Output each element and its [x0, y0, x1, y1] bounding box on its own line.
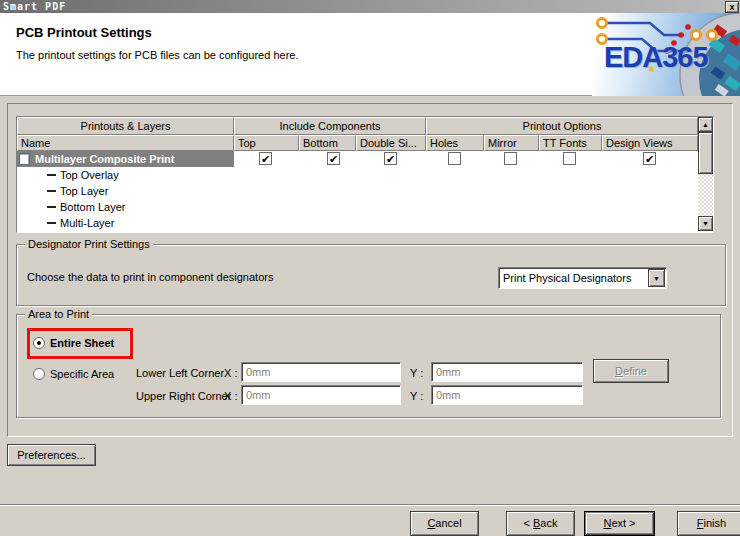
- footer-divider: [0, 504, 740, 506]
- group-header-printouts-layers[interactable]: Printouts & Layers: [17, 117, 234, 135]
- row-label: Bottom Layer: [60, 201, 125, 213]
- page-subtitle: The printout settings for PCB files can …: [16, 49, 299, 61]
- table-row[interactable]: Top Overlay: [17, 167, 698, 183]
- y-label: Y :: [410, 390, 423, 402]
- col-header-tt-fonts[interactable]: TT Fonts: [539, 135, 602, 151]
- lower-left-corner-label: Lower Left Corner: [136, 367, 224, 379]
- row-label: Top Overlay: [60, 169, 119, 181]
- layer-dash-icon: [47, 222, 56, 224]
- define-button[interactable]: Define: [593, 359, 669, 383]
- col-header-holes[interactable]: Holes: [426, 135, 484, 151]
- row-label: Top Layer: [60, 185, 108, 197]
- preferences-button[interactable]: Preferences...: [7, 444, 96, 466]
- col-header-mirror[interactable]: Mirror: [484, 135, 539, 151]
- layer-dash-icon: [47, 174, 56, 176]
- page-title: PCB Printout Settings: [16, 25, 152, 40]
- entire-sheet-label: Entire Sheet: [50, 337, 114, 349]
- lower-left-y-field[interactable]: [431, 362, 583, 382]
- designator-prompt: Choose the data to print in component de…: [27, 271, 273, 283]
- chevron-down-icon[interactable]: ▼: [648, 269, 665, 287]
- group-label: Area to Print: [25, 308, 92, 320]
- selected-row-bar[interactable]: Multilayer Composite Print: [17, 151, 234, 167]
- x-label: X :: [224, 367, 237, 379]
- specific-area-radio[interactable]: [33, 368, 45, 380]
- next-button[interactable]: Next >: [584, 511, 655, 536]
- designator-dropdown-value: Print Physical Designators: [503, 272, 631, 284]
- wizard-header: PCB Printout Settings The printout setti…: [0, 13, 740, 96]
- layer-dash-icon: [47, 190, 56, 192]
- checked-checkbox[interactable]: ✔: [384, 152, 397, 165]
- layer-dash-icon: [47, 206, 56, 208]
- scrollbar-thumb[interactable]: [698, 132, 713, 174]
- cancel-button[interactable]: Cancel: [410, 511, 479, 536]
- checked-checkbox[interactable]: ✔: [259, 152, 272, 165]
- eda365-logo: EDA365: [592, 13, 740, 96]
- upper-right-x-field[interactable]: [241, 385, 401, 405]
- entire-sheet-radio[interactable]: [33, 337, 45, 349]
- upper-right-corner-label: Upper Right Corner: [136, 390, 231, 402]
- logo-text: EDA365: [604, 41, 708, 74]
- checked-checkbox[interactable]: ✔: [327, 152, 340, 165]
- back-button[interactable]: < Back: [506, 511, 575, 536]
- window-title: Smart PDF: [3, 1, 66, 12]
- designator-print-settings-group: Designator Print Settings Choose the dat…: [16, 244, 726, 306]
- finish-button[interactable]: Finish: [677, 511, 740, 536]
- table-row[interactable]: Multilayer Composite Print✔✔✔✔: [17, 151, 698, 167]
- title-bar: Smart PDF: [0, 0, 740, 13]
- table-row[interactable]: Top Layer: [17, 183, 698, 199]
- table-row[interactable]: Multi-Layer: [17, 215, 698, 231]
- checked-checkbox[interactable]: ✔: [643, 152, 656, 165]
- specific-area-label: Specific Area: [50, 368, 114, 380]
- printouts-tree: Multilayer Composite Print✔✔✔✔Top Overla…: [17, 151, 698, 231]
- table-row[interactable]: Bottom Layer: [17, 199, 698, 215]
- printouts-table: Printouts & Layers Include Components Pr…: [16, 116, 714, 233]
- x-label: X :: [224, 390, 237, 402]
- lower-left-x-field[interactable]: [241, 362, 401, 382]
- row-label: Multi-Layer: [60, 217, 114, 229]
- group-header-include-components[interactable]: Include Components: [234, 117, 426, 135]
- close-icon[interactable]: x: [725, 1, 739, 13]
- upper-right-y-field[interactable]: [431, 385, 583, 405]
- unchecked-checkbox[interactable]: [563, 152, 576, 165]
- col-header-name[interactable]: Name: [17, 135, 234, 151]
- col-header-top[interactable]: Top: [234, 135, 299, 151]
- col-header-design-views[interactable]: Design Views: [602, 135, 698, 151]
- vertical-scrollbar[interactable]: ▲ ▼: [698, 117, 713, 231]
- unchecked-checkbox[interactable]: [448, 152, 461, 165]
- unchecked-checkbox[interactable]: [504, 152, 517, 165]
- col-header-bottom[interactable]: Bottom: [299, 135, 356, 151]
- col-header-double-sided[interactable]: Double Si...: [356, 135, 426, 151]
- designator-dropdown[interactable]: Print Physical Designators ▼: [498, 267, 667, 289]
- area-to-print-group: Area to Print Entire Sheet Specific Area…: [16, 314, 721, 418]
- group-label: Designator Print Settings: [25, 238, 153, 250]
- y-label: Y :: [410, 367, 423, 379]
- scroll-down-icon[interactable]: ▼: [698, 216, 713, 231]
- scroll-up-icon[interactable]: ▲: [698, 117, 713, 132]
- document-icon: [19, 153, 30, 165]
- row-label: Multilayer Composite Print: [35, 151, 174, 167]
- group-header-printout-options[interactable]: Printout Options: [426, 117, 698, 135]
